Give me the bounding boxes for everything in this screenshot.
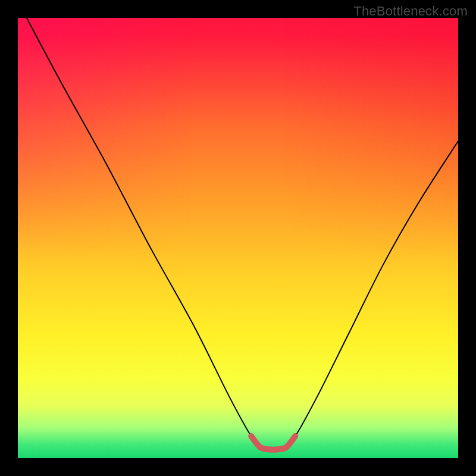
- plot-area: [18, 18, 458, 458]
- watermark-text: TheBottleneck.com: [353, 4, 468, 19]
- curve-layer: [18, 18, 458, 458]
- bottleneck-curve-path: [27, 18, 458, 451]
- optimal-flat-region-path: [251, 436, 295, 450]
- chart-frame: TheBottleneck.com: [0, 0, 476, 476]
